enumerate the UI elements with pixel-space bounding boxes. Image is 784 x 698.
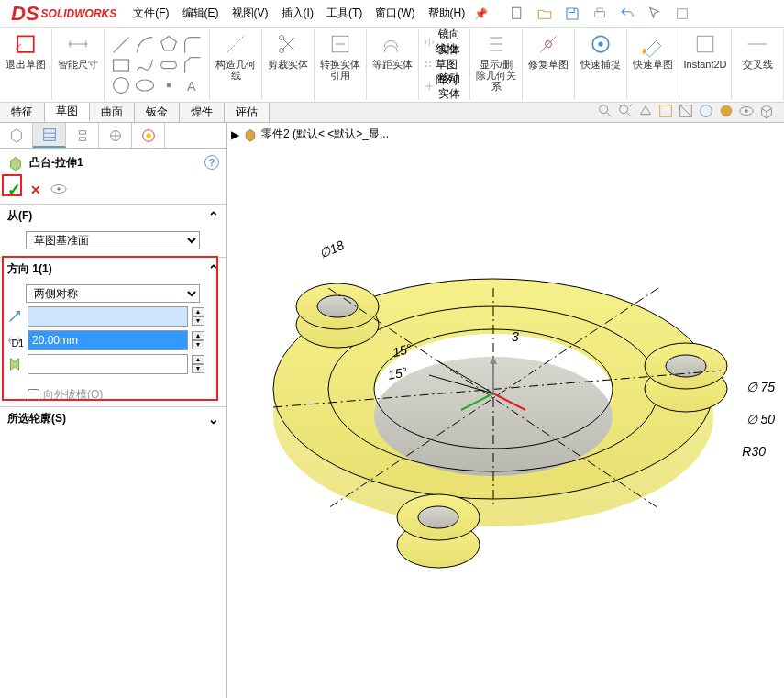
view-display-icon[interactable] (657, 103, 674, 122)
panel-tab-property[interactable] (33, 123, 66, 148)
quick-snap-button[interactable]: 快速捕捉 (580, 31, 621, 70)
exit-sketch-button[interactable]: 退出草图 (6, 31, 46, 70)
direction-vector-input[interactable] (28, 306, 188, 327)
instant2d-button[interactable]: Instant2D (685, 31, 725, 70)
svg-point-14 (429, 61, 431, 63)
dim-d50: ∅ 50 (746, 412, 775, 427)
reverse-direction-icon[interactable] (6, 307, 24, 326)
panel-tab-dimxpert[interactable] (99, 123, 132, 148)
tab-evaluate[interactable]: 评估 (225, 103, 270, 122)
app-logo: DSSOLIDWORKS (4, 2, 124, 26)
svg-rect-20 (697, 36, 713, 52)
rect-tool[interactable] (110, 56, 132, 74)
dim-r30: R30 (742, 444, 766, 459)
qat-undo[interactable] (616, 4, 638, 24)
move-entity-button[interactable]: 移动实体 (425, 75, 464, 97)
point-tool[interactable] (158, 76, 180, 94)
help-icon[interactable]: ? (204, 155, 219, 170)
qat-print[interactable] (589, 4, 611, 24)
depth-input[interactable] (28, 330, 188, 350)
svg-point-46 (666, 355, 706, 377)
view-scene-icon[interactable] (698, 103, 714, 122)
qat-select[interactable] (644, 4, 666, 24)
arc-tool[interactable] (134, 36, 156, 54)
view-orient-icon[interactable] (637, 103, 654, 122)
menu-edit[interactable]: 编辑(E) (182, 6, 219, 21)
line-tool[interactable] (110, 36, 132, 54)
direction1-section-header[interactable]: 方向 1(1) ⌃ (0, 258, 226, 281)
svg-point-13 (425, 61, 427, 63)
tab-sketch[interactable]: 草图 (45, 103, 90, 122)
detailed-preview-icon[interactable] (50, 183, 67, 197)
menu-tools[interactable]: 工具(T) (326, 6, 362, 21)
smart-dimension-button[interactable]: 智能尺寸 (58, 31, 98, 70)
menu-insert[interactable]: 插入(I) (282, 6, 314, 21)
view-zoom-icon[interactable] (597, 103, 613, 122)
property-manager: 凸台-拉伸1 ? ✓ ✕ 从(F) ⌃ 草图基准面 方向 1(1 (0, 123, 227, 698)
cancel-button[interactable]: ✕ (30, 183, 41, 197)
panel-tab-feature-tree[interactable] (0, 123, 33, 148)
svg-text:D1: D1 (11, 338, 23, 349)
svg-rect-2 (597, 8, 602, 12)
ribbon-toolbar: 退出草图 智能尺寸 A 构 (0, 28, 784, 103)
draft-spinner[interactable]: ▲▼ (192, 355, 204, 373)
breadcrumb[interactable]: ▶ 零件2 (默认< <默认>_显... (231, 127, 389, 142)
view-appearance-icon[interactable] (718, 103, 734, 122)
svg-point-15 (425, 65, 427, 67)
draft-input[interactable] (28, 354, 188, 374)
direction1-type-select[interactable]: 两侧对称 (26, 284, 200, 303)
depth-spinner[interactable]: ▲▼ (192, 331, 204, 349)
svg-point-21 (600, 105, 608, 114)
selected-contours-header[interactable]: 所选轮廓(S) ⌄ (0, 407, 226, 430)
view-hide-icon[interactable] (738, 103, 755, 122)
fillet-tool[interactable] (182, 36, 204, 54)
text-tool[interactable]: A (182, 76, 204, 94)
slot-tool[interactable] (158, 56, 180, 74)
ok-button[interactable]: ✓ (7, 180, 21, 200)
qat-open[interactable] (534, 4, 556, 24)
draft-icon[interactable] (6, 355, 24, 373)
circle-tool[interactable] (110, 76, 132, 94)
from-select[interactable]: 草图基准面 (26, 231, 200, 249)
qat-save[interactable] (561, 4, 583, 24)
view-section-icon[interactable] (678, 103, 694, 122)
qat-rebuild[interactable] (671, 4, 693, 24)
svg-point-25 (721, 105, 733, 117)
tab-feature[interactable]: 特征 (0, 103, 45, 122)
tab-sheet[interactable]: 钣金 (135, 103, 180, 122)
chamfer-tool[interactable] (182, 56, 204, 74)
svg-point-49 (418, 506, 458, 528)
panel-tab-appearance[interactable] (132, 123, 165, 148)
show-del-relations-button[interactable]: 显示/删除几何关系 (476, 31, 516, 92)
svg-point-27 (745, 109, 748, 113)
view-zoomfit-icon[interactable] (617, 103, 634, 122)
convert-entity-button[interactable]: 转换实体引用 (320, 31, 360, 81)
quick-sketch-button[interactable]: 快速草图 (633, 31, 673, 70)
repair-sketch-button[interactable]: 修复草图 (528, 31, 569, 70)
polygon-tool[interactable] (158, 36, 180, 54)
spline-tool[interactable] (134, 56, 156, 74)
menu-help[interactable]: 帮助(H) (428, 6, 466, 21)
menu-file[interactable]: 文件(F) (133, 6, 169, 21)
extrude-boss-icon (7, 154, 24, 171)
panel-tab-config[interactable] (66, 123, 99, 148)
construct-geom-button[interactable]: 构造几何线 (215, 31, 256, 81)
dim-three: 3 (512, 329, 519, 344)
offset-entity-button[interactable]: 等距实体 (372, 31, 413, 70)
graphics-viewport[interactable]: ▶ 零件2 (默认< <默认>_显... (227, 123, 784, 698)
qat-new[interactable] (506, 4, 528, 24)
draft-outward-checkbox[interactable] (28, 389, 39, 401)
ellipse-tool[interactable] (134, 76, 156, 94)
tab-surface[interactable]: 曲面 (90, 103, 135, 122)
menu-window[interactable]: 窗口(W) (375, 6, 414, 21)
intersect-button[interactable]: 交叉线 (737, 31, 778, 70)
from-section-header[interactable]: 从(F) ⌃ (0, 205, 226, 227)
command-tabs: 特征 草图 曲面 钣金 焊件 评估 (0, 103, 784, 123)
svg-rect-1 (595, 11, 605, 17)
pin-icon[interactable]: 📌 (474, 7, 488, 20)
tab-weld[interactable]: 焊件 (180, 103, 225, 122)
direction-spinner[interactable]: ▲▼ (192, 307, 204, 326)
trim-button[interactable]: 剪裁实体 (268, 31, 308, 70)
menu-view[interactable]: 视图(V) (232, 6, 269, 21)
view-cube-icon[interactable] (758, 103, 775, 122)
